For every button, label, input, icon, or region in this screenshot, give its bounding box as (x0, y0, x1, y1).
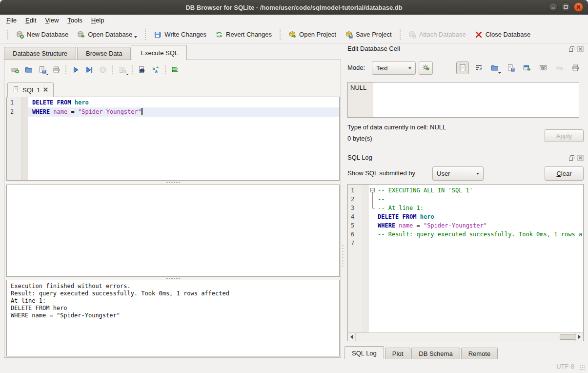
chevron-down-icon[interactable] (134, 36, 137, 38)
execution-messages: Execution finished without errors. Resul… (6, 280, 340, 356)
minimize-button[interactable] (548, 2, 558, 12)
log-line-numbers: 1234567 (348, 185, 362, 332)
text-view-button[interactable] (456, 62, 469, 74)
print-icon (571, 64, 579, 72)
code-line: -- Result: query executed successfully. … (377, 230, 583, 239)
attach-database-button[interactable]: Attach Database (404, 28, 470, 41)
line-number: 2 (351, 195, 362, 204)
sql-tab-icon (13, 86, 20, 94)
copy-link-button[interactable] (537, 62, 549, 74)
cell-editor-float-button[interactable] (568, 45, 575, 52)
auto-switch-mode-button[interactable] (419, 62, 433, 75)
panel-splitter[interactable] (342, 244, 344, 269)
editor-code-area[interactable]: DELETE FROM heroWHERE name = "Spider-You… (28, 97, 339, 180)
auto-complete-button[interactable]: ba (149, 64, 162, 76)
menu-file[interactable]: File (2, 16, 21, 25)
sql-tab-label: SQL 1 (22, 86, 40, 94)
fold-marker[interactable] (369, 239, 377, 248)
format-icon (171, 66, 179, 74)
cell-content-editor[interactable]: NULL (347, 82, 579, 118)
fold-marker[interactable] (369, 204, 377, 212)
log-fold-markers[interactable] (369, 185, 377, 332)
toolbar-button-label: Write Changes (164, 31, 206, 38)
fold-marker[interactable] (369, 186, 377, 195)
sql-code-editor[interactable]: 12 DELETE FROM heroWHERE name = "Spider-… (6, 97, 340, 181)
toolbar-button-label: Open Database (88, 31, 132, 38)
find-replace-button[interactable] (135, 64, 149, 76)
close-database-button[interactable]: Close Database (470, 28, 535, 41)
print-cell-button[interactable] (569, 62, 582, 74)
close-button[interactable] (574, 2, 583, 12)
sql-log-float-button[interactable] (568, 154, 575, 161)
open-sql-file-button[interactable] (22, 64, 36, 76)
stop-icon (99, 66, 107, 74)
save-sql-file-button[interactable] (36, 64, 49, 76)
fold-marker[interactable] (369, 230, 377, 239)
window-title: DB Browser for SQLite - /home/user/code/… (185, 4, 402, 11)
fold-marker[interactable] (369, 195, 377, 204)
scroll-right-icon[interactable] (575, 333, 583, 341)
editor-results-splitter[interactable] (6, 181, 340, 184)
open-database-button[interactable]: Open Database (73, 28, 142, 41)
tab-database-structure[interactable]: Database Structure (4, 47, 76, 60)
sql-tab[interactable]: SQL 1 (7, 83, 54, 97)
maximize-button[interactable] (561, 2, 570, 12)
menu-edit[interactable]: Edit (21, 16, 41, 25)
sql-log-filter-select[interactable]: User (432, 166, 484, 181)
print-sql-button[interactable] (49, 64, 63, 76)
titlebar: DB Browser for SQLite - /home/user/code/… (0, 0, 588, 15)
cell-null-label: NULL (348, 83, 373, 117)
dock-tab-plot[interactable]: Plot (385, 348, 410, 359)
sql-tab-close-icon[interactable] (43, 86, 48, 94)
cell-text-area[interactable] (373, 83, 579, 117)
open-file-icon (491, 64, 499, 72)
sql-log-view[interactable]: 1234567 -- EXECUTING ALL IN 'SQL 1'---- … (347, 184, 584, 341)
save-results-button[interactable] (116, 64, 129, 76)
db-new-icon (16, 31, 24, 39)
scrollbar-thumb[interactable] (560, 334, 576, 340)
attach-database-icon (408, 31, 416, 39)
fold-marker[interactable] (369, 212, 377, 221)
dock-tab-remote[interactable]: Remote (461, 348, 498, 359)
tab-browse-data[interactable]: Browse Data (77, 47, 131, 60)
dock-tab-sql-log[interactable]: SQL Log (345, 346, 384, 359)
menu-tools[interactable]: Tools (63, 16, 86, 25)
open-project-button[interactable]: Open Project (284, 28, 341, 41)
chevron-down-icon[interactable] (498, 72, 501, 74)
write-changes-button[interactable]: Write Changes (149, 28, 211, 41)
export-from-cell-button[interactable] (505, 62, 517, 74)
chevron-down-icon[interactable] (126, 74, 129, 75)
fold-marker[interactable] (369, 221, 377, 230)
code-line: -- EXECUTING ALL IN 'SQL 1' (377, 186, 583, 195)
set-null-icon (555, 64, 563, 72)
revert-changes-button[interactable]: Revert Changes (211, 28, 276, 41)
new-sql-tab-button[interactable] (8, 64, 22, 76)
new-database-button[interactable]: New Database (12, 28, 73, 41)
set-null-button[interactable] (553, 62, 566, 74)
open-in-app-button[interactable] (521, 62, 533, 74)
resize-grip[interactable] (579, 365, 585, 371)
execute-all-button[interactable] (69, 64, 82, 76)
toolbar-grip[interactable] (7, 29, 9, 40)
tab-execute-sql[interactable]: Execute SQL (132, 45, 187, 60)
menu-view[interactable]: View (41, 16, 63, 25)
scroll-left-icon[interactable] (348, 333, 356, 341)
toolbar-separator (144, 29, 146, 41)
chevron-down-icon[interactable] (46, 74, 49, 75)
log-horizontal-scrollbar[interactable] (348, 332, 583, 341)
execute-current-line-button[interactable] (82, 64, 96, 76)
word-wrap-button[interactable] (472, 62, 485, 74)
dock-tab-db-schema[interactable]: DB Schema (411, 348, 460, 359)
clear-log-button[interactable]: Clear (545, 166, 584, 181)
format-sql-button[interactable] (168, 64, 182, 76)
mode-select[interactable]: Text (372, 62, 416, 75)
save-project-button[interactable]: Save Project (341, 28, 396, 41)
apply-button[interactable]: Apply (545, 129, 584, 142)
sql-log-close-button[interactable] (577, 154, 584, 161)
editor-fold-margin (21, 97, 28, 180)
menu-help[interactable]: Help (87, 16, 109, 25)
stop-execution-button[interactable] (96, 64, 110, 76)
import-in-cell-button[interactable] (488, 62, 501, 74)
results-grid-pane[interactable] (6, 185, 340, 277)
cell-editor-close-button[interactable] (577, 45, 584, 52)
